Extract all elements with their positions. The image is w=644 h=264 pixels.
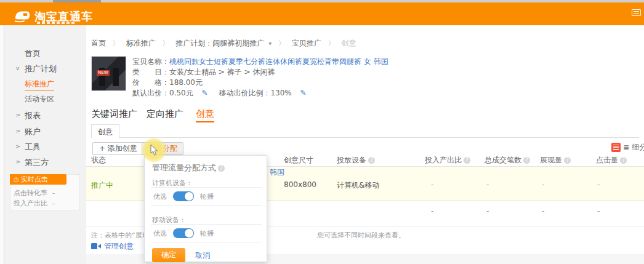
breadcrumb-separator: 〉 [278, 39, 285, 47]
impressions-cell: - [542, 207, 544, 215]
subtab-creative[interactable]: 创意 [91, 124, 119, 138]
sidebar-item-home[interactable]: 首页 [25, 48, 41, 59]
creative-size-cell: 800x800 [284, 180, 316, 189]
clicks-cell: - [597, 180, 600, 189]
realtime-badge-label: 实时点击 [21, 175, 48, 183]
clicks-cell: - [597, 207, 600, 215]
edit-bid-icon[interactable]: ✎ [202, 89, 208, 97]
sidebar-item-reports[interactable]: 报表 [25, 110, 41, 121]
breadcrumb-standard-promo[interactable]: 标准推广 [126, 39, 156, 47]
deals-cell: - [486, 180, 489, 189]
mobile-device-toggle[interactable] [173, 228, 194, 238]
tab-keyword-promo[interactable]: 关键词推广 [91, 108, 137, 120]
computer-device-toggle-row: 优选 轮播 [151, 187, 262, 206]
table-note-right: 您可选择不同时间段来查看。 [317, 231, 405, 240]
stat-value: - [52, 189, 55, 197]
roi-cell: - [431, 180, 433, 189]
segment-control[interactable]: ≣ 细分 [611, 142, 644, 153]
info-icon[interactable]: ? [523, 157, 530, 164]
product-image-figure [113, 68, 119, 86]
sidebar-item-activity-zone[interactable]: 活动专区 [25, 94, 54, 105]
active-tab-underline [196, 121, 214, 122]
dropdown-caret-icon[interactable]: ▾ [268, 40, 272, 47]
logo-tagline [37, 22, 76, 24]
chevron-right-icon: > [15, 159, 20, 165]
sidebar [0, 25, 86, 264]
col-header-impressions: 展现量? [540, 155, 571, 166]
product-category-row: 类 目：女装/女士精品 > 裤子 > 休闲裤 [132, 67, 275, 78]
breadcrumb-separator: 〉 [328, 39, 335, 47]
product-name-link[interactable]: 桃桃同款女士短裤夏季七分裤连体休闲裤夏宽松背带阔腿裤 女 韩国 [169, 57, 388, 66]
info-icon[interactable]: ? [620, 157, 627, 164]
cancel-button[interactable]: 取消 [195, 250, 210, 261]
app-title: 淘宝直通车 [34, 11, 93, 22]
product-bid-row: 默认出价：0.50元 ✎ 移动出价比例：130% ✎ [132, 88, 307, 98]
roi-cell: - [431, 207, 433, 215]
col-header-status: 状态 [91, 155, 106, 166]
chevron-right-icon: > [15, 143, 20, 150]
sidebar-item-third-party[interactable]: 第三方 [25, 157, 49, 168]
product-name-row: 宝贝名称：桃桃同款女士短裤夏季七分裤连体休闲裤夏宽松背带阔腿裤 女 韩国 [132, 57, 388, 67]
segment-label: 细分 [632, 142, 644, 153]
computer-device-label: 计算机设备： [152, 178, 193, 188]
chevron-right-icon: > [15, 112, 20, 118]
status-badge: 推广中 [91, 180, 113, 191]
product-image: NEW [91, 56, 126, 91]
stat-roi: 投入产出比- [14, 199, 55, 208]
tab-targeted-promo[interactable]: 定向推广 [147, 108, 183, 120]
add-creative-button[interactable]: + 添加创意 [92, 142, 144, 155]
sidebar-item-campaigns[interactable]: 推广计划 [25, 63, 57, 74]
edit-mobile-ratio-icon[interactable]: ✎ [300, 89, 307, 97]
stat-click-conversion: 点击转化率- [14, 188, 55, 198]
col-header-device: 投放设备? [337, 155, 375, 166]
toggle-right-label: 轮播 [200, 229, 214, 238]
mobile-device-label: 移动设备： [152, 215, 186, 225]
impressions-cell: - [542, 180, 544, 189]
info-icon[interactable]: ? [564, 157, 571, 164]
breadcrumb-separator: 〉 [162, 39, 169, 47]
clock-icon: ◷ [14, 176, 19, 183]
app-window: 淘宝直通车 首页 ∨ 推广计划 标准推广 活动专区 > 报表 > 账户 > 工具… [0, 0, 644, 264]
info-icon[interactable]: ? [464, 157, 470, 164]
product-price-row: 价 格：188.00元 [132, 78, 203, 88]
promo-icon [611, 143, 621, 152]
mouse-cursor [150, 144, 159, 159]
breadcrumb: 首页 〉 标准推广 〉 推广计划：阔腿裤初期推广 ▾ 〉 宝贝推广 〉 创意 [91, 38, 356, 49]
toggle-left-label: 优选 [153, 229, 167, 238]
col-header-size: 创意尺寸 [284, 155, 313, 166]
sidebar-item-tools[interactable]: 工具 [25, 142, 41, 153]
toggle-right-label: 轮播 [200, 192, 214, 201]
app-header: 淘宝直通车 [0, 2, 644, 25]
subtab-divider [91, 137, 639, 138]
train-logo-icon [14, 8, 31, 25]
tab-creative[interactable]: 创意 [196, 108, 214, 120]
confirm-button[interactable]: 确定 [152, 248, 185, 262]
breadcrumb-item-promo[interactable]: 宝贝推广 [292, 39, 321, 47]
header-account-icon[interactable] [632, 9, 641, 16]
sidebar-item-standard-promo[interactable]: 标准推广 [25, 79, 54, 90]
toggle-left-label: 优选 [153, 192, 167, 201]
info-icon[interactable]: ? [368, 157, 375, 164]
chevron-right-icon: > [15, 128, 20, 134]
col-header-clicks: 点击量? [596, 155, 627, 166]
sidebar-item-account[interactable]: 账户 [25, 126, 41, 137]
flow-allocation-popup: 管理流量分配方式? 计算机设备： 优选 轮播 移动设备： 优选 轮播 确定 取消 [144, 155, 267, 262]
creative-title-fragment[interactable]: 韩国 [270, 167, 284, 178]
info-icon[interactable]: ? [218, 165, 225, 172]
deals-cell: - [486, 207, 489, 215]
device-cell: 计算机&移动 [337, 180, 379, 191]
mobile-device-toggle-row: 优选 轮播 [151, 224, 262, 242]
col-header-deals: 总成交笔数? [485, 155, 530, 166]
breadcrumb-home[interactable]: 首页 [91, 39, 106, 47]
computer-device-toggle[interactable] [173, 191, 194, 201]
realtime-click-badge[interactable]: ◷实时点击 [10, 174, 66, 185]
product-image-new-tag: NEW [97, 70, 110, 76]
manage-creative-link[interactable]: 管理创意 [91, 241, 134, 252]
breadcrumb-separator: 〉 [113, 39, 119, 47]
segment-list-icon: ≣ [623, 143, 629, 152]
breadcrumb-campaign[interactable]: 推广计划：阔腿裤初期推广 [175, 39, 264, 47]
chevron-down-icon: ∨ [15, 65, 20, 71]
manage-creative-label: 管理创意 [104, 241, 134, 252]
stat-value: - [52, 199, 55, 207]
breadcrumb-current: 创意 [341, 39, 356, 47]
